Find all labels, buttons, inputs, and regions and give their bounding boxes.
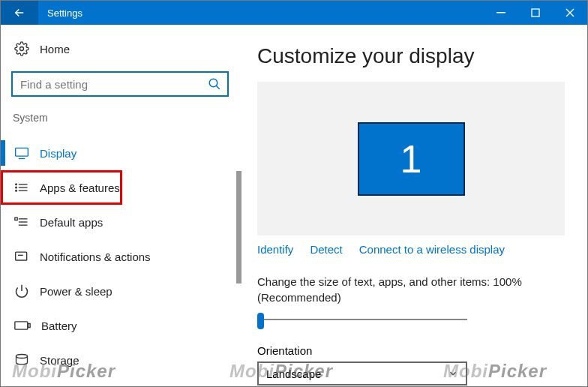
svg-point-2 xyxy=(20,47,24,51)
svg-rect-5 xyxy=(16,148,28,156)
search-icon xyxy=(208,77,221,91)
storage-icon xyxy=(14,353,29,367)
gear-icon xyxy=(14,41,29,56)
back-button[interactable] xyxy=(1,1,38,25)
monitor-1[interactable]: 1 xyxy=(358,122,465,196)
maximize-button[interactable] xyxy=(518,1,553,25)
display-links: Identify Detect Connect to a wireless di… xyxy=(257,243,565,256)
svg-rect-1 xyxy=(532,9,539,16)
svg-point-10 xyxy=(16,184,17,185)
scroll-thumb[interactable] xyxy=(236,171,242,284)
sidebar-item-default-apps[interactable]: Default apps xyxy=(1,205,250,239)
sidebar-item-label: Storage xyxy=(40,354,80,367)
orientation-select[interactable]: Landscape xyxy=(257,362,467,386)
window-controls xyxy=(484,1,587,25)
search-input[interactable] xyxy=(20,73,202,95)
minimize-icon xyxy=(496,8,506,17)
sidebar-item-label: Apps & features xyxy=(40,182,120,194)
sidebar-item-battery[interactable]: Battery xyxy=(1,308,250,343)
sidebar-item-display[interactable]: Display xyxy=(1,136,250,170)
svg-rect-20 xyxy=(28,323,31,327)
sidebar-item-label: Battery xyxy=(41,320,77,332)
sidebar-item-storage[interactable]: Storage xyxy=(1,343,250,377)
sidebar-item-apps-features[interactable]: Apps & features xyxy=(1,170,122,205)
identify-link[interactable]: Identify xyxy=(257,243,293,256)
group-label-system: System xyxy=(1,112,250,130)
sidebar-item-label: Display xyxy=(40,147,76,160)
svg-point-11 xyxy=(16,187,17,188)
svg-point-21 xyxy=(16,355,28,358)
slider-track xyxy=(257,319,467,320)
monitor-number: 1 xyxy=(400,136,422,182)
list-icon xyxy=(14,181,29,194)
display-preview[interactable]: 1 xyxy=(257,82,565,236)
orientation-label: Orientation xyxy=(257,344,565,357)
close-icon xyxy=(566,8,574,17)
svg-line-4 xyxy=(216,86,220,89)
sidebar-item-label: Notifications & actions xyxy=(40,250,151,263)
window-title: Settings xyxy=(47,8,82,19)
search-box[interactable] xyxy=(11,71,229,97)
sidebar-nav: Display Apps & features Default apps Not… xyxy=(1,136,250,377)
close-button[interactable] xyxy=(553,1,587,25)
svg-rect-19 xyxy=(15,322,28,329)
home-label: Home xyxy=(40,43,70,56)
home-nav[interactable]: Home xyxy=(1,41,250,71)
svg-rect-17 xyxy=(16,252,27,260)
monitor-icon xyxy=(14,146,29,160)
scale-label: Change the size of text, apps, and other… xyxy=(257,274,565,305)
wireless-display-link[interactable]: Connect to a wireless display xyxy=(359,243,505,256)
orientation-value: Landscape xyxy=(266,368,321,380)
back-arrow-icon xyxy=(13,6,26,20)
sidebar-scrollbar[interactable] xyxy=(232,171,246,387)
main-panel: Customize your display 1 Identify Detect… xyxy=(250,25,587,386)
scale-slider[interactable] xyxy=(257,313,467,328)
detect-link[interactable]: Detect xyxy=(310,243,342,256)
svg-point-12 xyxy=(16,190,17,191)
svg-rect-0 xyxy=(496,12,506,14)
defaults-icon xyxy=(14,215,29,229)
svg-point-3 xyxy=(209,79,218,87)
slider-thumb[interactable] xyxy=(257,313,264,329)
notifications-icon xyxy=(14,250,29,263)
sidebar: Home System Display Apps & features D xyxy=(1,25,250,386)
page-title: Customize your display xyxy=(257,44,565,68)
power-icon xyxy=(14,284,29,298)
minimize-button[interactable] xyxy=(484,1,518,25)
sidebar-item-power-sleep[interactable]: Power & sleep xyxy=(1,274,250,308)
chevron-down-icon xyxy=(448,368,458,379)
sidebar-item-label: Default apps xyxy=(40,216,103,229)
sidebar-item-notifications[interactable]: Notifications & actions xyxy=(1,239,250,274)
sidebar-item-label: Power & sleep xyxy=(40,285,112,298)
maximize-icon xyxy=(531,8,540,17)
titlebar: Settings xyxy=(1,1,587,25)
battery-icon xyxy=(14,320,31,331)
svg-rect-16 xyxy=(15,218,17,220)
